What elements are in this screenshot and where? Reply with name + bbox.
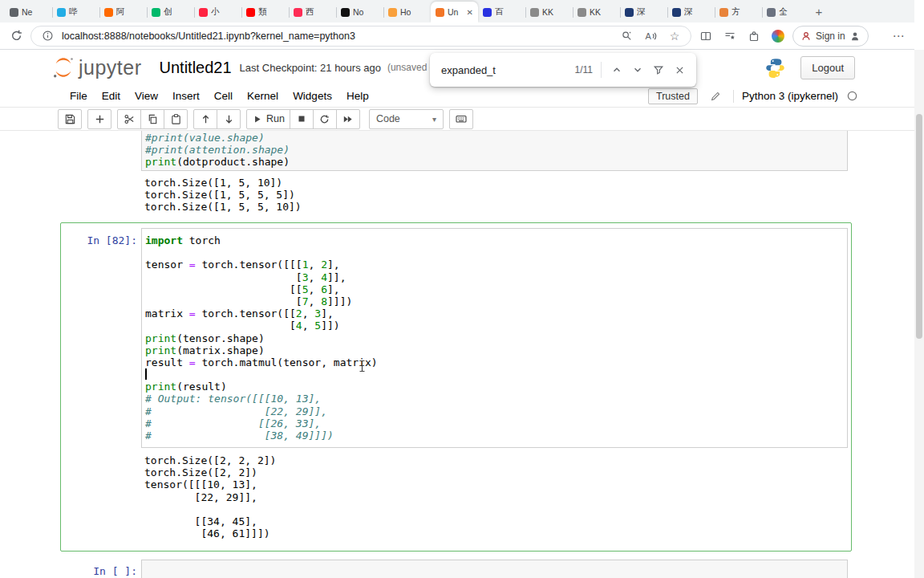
tab-label: KK bbox=[590, 7, 615, 17]
checkpoint-text: Last Checkpoint: 21 hours ago bbox=[240, 62, 381, 74]
menu-edit[interactable]: Edit bbox=[95, 90, 128, 102]
tab-favicon bbox=[483, 8, 492, 17]
add-cell-button[interactable] bbox=[87, 109, 111, 129]
jupyter-menubar: FileEditViewInsertCellKernelWidgetsHelp … bbox=[0, 85, 914, 108]
tab-favicon bbox=[767, 8, 776, 17]
tab-label: 全 bbox=[779, 6, 804, 18]
tab-label: 阿 bbox=[116, 6, 142, 18]
code-cell-input[interactable] bbox=[141, 560, 848, 578]
save-button[interactable] bbox=[58, 109, 82, 129]
notebook-title[interactable]: Untitled21 bbox=[160, 59, 232, 77]
cut-cell-button[interactable] bbox=[117, 109, 141, 129]
find-input[interactable]: expanded_t bbox=[441, 64, 572, 76]
scrollbar-thumb[interactable] bbox=[916, 114, 922, 339]
run-button[interactable]: Run bbox=[246, 109, 290, 129]
favorites-icon[interactable] bbox=[720, 26, 740, 46]
browser-tab[interactable]: 深 bbox=[620, 2, 667, 22]
tab-label: 深 bbox=[684, 6, 710, 18]
restart-run-all-button[interactable] bbox=[336, 109, 360, 129]
find-previous-button[interactable] bbox=[606, 59, 627, 80]
logout-button[interactable]: Logout bbox=[800, 56, 855, 79]
read-aloud-icon[interactable]: A bbox=[641, 26, 660, 46]
browser-tab[interactable]: Ne bbox=[5, 2, 52, 22]
browser-tab[interactable]: 方 bbox=[715, 2, 762, 22]
split-screen-icon[interactable] bbox=[696, 26, 715, 46]
code-cell-input[interactable]: import torch tensor = torch.tensor([[[1,… bbox=[141, 228, 848, 448]
cell-type-select[interactable]: Code ▾ bbox=[369, 109, 444, 129]
code-cell-input[interactable]: #print(value.shape)#print(attention.shap… bbox=[141, 131, 848, 171]
favorite-star-icon[interactable]: ☆ bbox=[665, 26, 684, 46]
cell-output: torch.Size([1, 5, 10]) torch.Size([1, 5,… bbox=[144, 177, 302, 214]
find-close-button[interactable] bbox=[669, 59, 690, 80]
browser-tab[interactable]: Un✕ bbox=[431, 2, 478, 22]
find-match-count: 1/11 bbox=[575, 64, 593, 75]
tab-favicon bbox=[294, 8, 302, 17]
browser-tab[interactable]: 類 bbox=[241, 2, 289, 22]
menu-cell[interactable]: Cell bbox=[207, 90, 240, 102]
extensions-icon[interactable] bbox=[744, 26, 764, 46]
find-bar: expanded_t 1/11 bbox=[430, 53, 696, 87]
svg-text:A: A bbox=[646, 31, 652, 41]
menu-file[interactable]: File bbox=[63, 90, 95, 102]
browser-tab[interactable]: No bbox=[336, 2, 383, 22]
tab-label: 创 bbox=[164, 6, 189, 18]
trusted-badge[interactable]: Trusted bbox=[648, 88, 698, 104]
browser-tab[interactable]: 创 bbox=[147, 2, 194, 22]
paste-cell-button[interactable] bbox=[164, 109, 188, 129]
tab-favicon bbox=[246, 8, 255, 17]
new-tab-button[interactable]: + bbox=[809, 2, 829, 21]
cell-output: torch.Size([2, 2, 2]) torch.Size([2, 2])… bbox=[144, 454, 276, 539]
selected-code-cell[interactable]: In [82]: import torch tensor = torch.ten… bbox=[60, 222, 852, 552]
move-cell-up-button[interactable] bbox=[193, 109, 217, 129]
menu-items: FileEditViewInsertCellKernelWidgetsHelp bbox=[63, 90, 376, 102]
sign-in-button[interactable]: Sign in bbox=[792, 26, 869, 47]
menu-widgets[interactable]: Widgets bbox=[286, 90, 339, 102]
tab-close-icon[interactable]: ✕ bbox=[467, 8, 473, 17]
tab-favicon bbox=[152, 8, 160, 17]
url-field[interactable]: localhost:8888/notebooks/Untitled21.ipyn… bbox=[30, 26, 691, 47]
browser-tab[interactable]: 全 bbox=[762, 2, 809, 22]
chevron-down-icon: ▾ bbox=[432, 115, 436, 124]
site-info-icon[interactable] bbox=[38, 26, 57, 46]
browser-tab[interactable]: 阿 bbox=[99, 2, 147, 22]
browser-tab[interactable]: KK bbox=[573, 2, 620, 22]
browser-tab[interactable]: 百 bbox=[478, 2, 525, 22]
restart-kernel-button[interactable] bbox=[313, 109, 337, 129]
interrupt-kernel-button[interactable] bbox=[290, 109, 314, 129]
tab-favicon bbox=[578, 8, 586, 17]
tab-label: Ho bbox=[400, 7, 426, 17]
tab-favicon bbox=[388, 8, 397, 17]
menu-kernel[interactable]: Kernel bbox=[240, 90, 286, 102]
browser-menu-icon[interactable]: ⋯ bbox=[889, 26, 908, 46]
browser-tab[interactable]: 西 bbox=[289, 2, 336, 22]
edit-title-pencil-icon[interactable] bbox=[706, 87, 725, 106]
refresh-icon[interactable] bbox=[6, 26, 26, 46]
tab-label: 百 bbox=[495, 6, 521, 18]
text-caret bbox=[145, 368, 147, 380]
tab-label: Un bbox=[448, 7, 464, 17]
menu-help[interactable]: Help bbox=[339, 90, 376, 102]
jupyter-logo[interactable]: jupyter bbox=[51, 55, 142, 79]
copy-cell-button[interactable] bbox=[140, 109, 164, 129]
browser-tab[interactable]: KK bbox=[525, 2, 573, 22]
jupyter-logo-icon bbox=[51, 55, 75, 79]
browser-tab[interactable]: 哔 bbox=[52, 2, 99, 22]
move-cell-down-button[interactable] bbox=[217, 109, 241, 129]
menu-view[interactable]: View bbox=[128, 90, 165, 102]
jupyter-logo-text: jupyter bbox=[79, 56, 142, 79]
divider bbox=[601, 62, 602, 78]
browser-tab[interactable]: 深 bbox=[667, 2, 715, 22]
browser-tab[interactable]: 小 bbox=[194, 2, 241, 22]
tab-label: 小 bbox=[211, 6, 237, 18]
notebook-area: #print(value.shape)#print(attention.shap… bbox=[0, 131, 914, 578]
find-next-button[interactable] bbox=[627, 59, 648, 80]
search-sidebar-icon[interactable] bbox=[617, 26, 636, 46]
tab-favicon bbox=[57, 8, 66, 17]
url-text[interactable]: localhost:8888/notebooks/Untitled21.ipyn… bbox=[62, 31, 612, 42]
command-palette-button[interactable] bbox=[449, 109, 473, 129]
browser-essentials-icon[interactable] bbox=[768, 26, 788, 46]
menu-insert[interactable]: Insert bbox=[165, 90, 207, 102]
find-filter-icon[interactable] bbox=[648, 59, 669, 80]
page-scrollbar[interactable] bbox=[914, 50, 924, 578]
browser-tab[interactable]: Ho bbox=[383, 2, 431, 22]
